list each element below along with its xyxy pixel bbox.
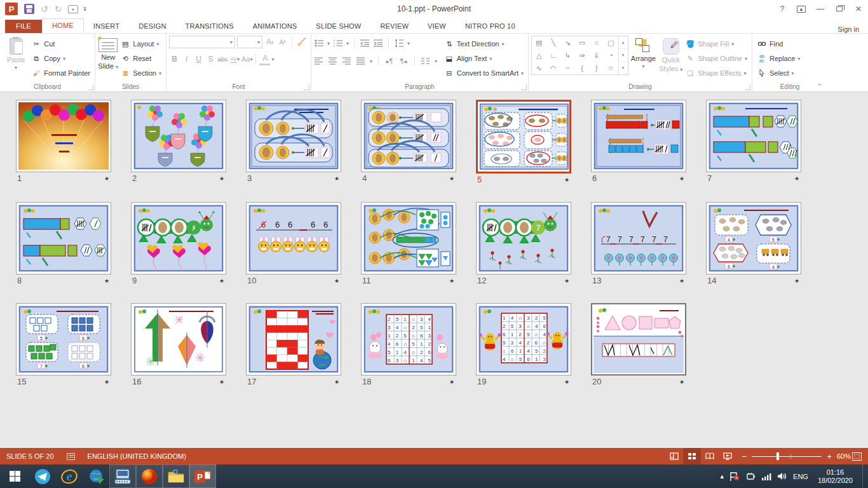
slide-thumbnail-20[interactable] [591,303,686,376]
underline-button[interactable]: U [193,53,204,65]
shapes-gallery[interactable]: ▤╲↘▭○▢ △∟↳⇒⇓◔ ∿◠~{}☆ ▴▾▾ [531,36,628,75]
format-painter-button[interactable]: 🖌Format Painter [29,66,92,80]
taskbar-telegram[interactable] [29,464,56,488]
slide-thumbnail-11[interactable] [361,202,456,274]
restore-button[interactable] [830,2,849,16]
show-desktop-button[interactable] [862,464,865,488]
close-button[interactable]: ✕ [849,2,868,16]
columns-icon[interactable] [421,57,431,65]
slide-thumbnail-13[interactable]: 7 7 7 7 7 7 [591,202,686,274]
align-text-button[interactable]: ⬓Align Text▾ [442,51,526,65]
tab-nitro-pro[interactable]: NITRO PRO 10 [456,20,525,33]
select-button[interactable]: Select▾ [755,66,802,80]
language-indicator[interactable]: ENGLISH (UNITED KINGDOM) [81,452,193,460]
slide-thumbnail-14[interactable]: 4 5 6 4 [706,202,801,274]
reading-view-button[interactable] [701,448,719,464]
taskbar-internet-explorer[interactable]: e [56,464,83,488]
clear-formatting-button[interactable]: 🧹 [296,36,307,48]
change-case-button[interactable]: Aa▾ [241,53,252,65]
input-language-indicator[interactable]: ENG [793,473,808,480]
drawing-dialog-launcher[interactable] [745,85,750,90]
tab-design[interactable]: DESIGN [129,20,175,33]
align-right-icon[interactable] [342,57,352,65]
section-button[interactable]: ≣Section▾ [118,66,163,80]
decrease-font-size-button[interactable]: A▾ [277,36,288,48]
shape-outline-button[interactable]: ✎Shape Outline▾ [683,51,749,65]
zoom-in-button[interactable]: + [827,452,832,461]
justify-icon[interactable] [356,57,366,65]
tab-file[interactable]: FILE [5,20,42,33]
tab-review[interactable]: REVIEW [370,20,418,33]
collapse-ribbon-button[interactable]: ⌃ [817,83,822,90]
taskbar-idm[interactable] [83,464,109,488]
power-battery-icon[interactable] [745,473,756,480]
taskbar-firefox[interactable] [136,464,163,488]
slide-thumbnail-2[interactable] [131,100,226,172]
font-name-combobox[interactable]: ▾ [169,36,235,48]
paragraph-dialog-launcher[interactable] [521,85,527,90]
start-button[interactable] [0,464,29,488]
network-signal-icon[interactable] [761,473,771,480]
copy-button[interactable]: ⧉Copy▾ [29,51,92,65]
layout-button[interactable]: ▤Layout▾ [118,37,163,51]
bold-button[interactable]: B [169,53,180,65]
sign-in-link[interactable]: Sign in [837,25,868,33]
slide-thumbnail-15[interactable]: 5 6 7 6 [16,303,111,376]
taskbar-clock[interactable]: 01:16 18/02/2020 [814,468,857,485]
powerpoint-app-icon[interactable]: P [5,3,18,15]
align-center-icon[interactable] [328,57,338,65]
slide-thumbnail-3[interactable] [246,100,341,172]
italic-button[interactable]: I [181,53,192,65]
replace-button[interactable]: abacReplace▾ [755,51,802,65]
start-from-beginning-button[interactable]: ▸ [68,5,78,13]
bullets-icon[interactable] [314,39,324,48]
slide-thumbnail-12[interactable]: 7 [476,202,571,274]
find-button[interactable]: Find [755,37,802,51]
zoom-out-button[interactable]: − [742,451,747,461]
fit-slide-to-window-button[interactable] [852,452,862,461]
tray-show-hidden-icons[interactable]: ▴ [721,472,724,480]
new-slide-button[interactable]: New Slide ▾ [98,36,118,81]
align-left-icon[interactable] [314,57,324,65]
redo-button[interactable]: ↻ [55,4,62,13]
slide-thumbnail-19[interactable]: 1 4 ⌂ 3 2 5 2 5 3 ⌂ 4 6 6 1 2 5 ⌂ 4 5 3 … [476,303,571,376]
slide-sorter-view-button[interactable] [683,448,701,464]
tab-home[interactable]: HOME [42,18,84,33]
slide-thumbnail-1[interactable] [16,100,111,172]
tab-transitions[interactable]: TRANSITIONS [176,20,243,33]
paste-button[interactable]: Paste▾ [3,36,29,81]
font-dialog-launcher[interactable] [304,85,309,90]
ribbon-display-options-button[interactable]: ▲ [792,2,811,16]
zoom-slider[interactable] [752,452,822,460]
slide-thumbnail-9[interactable]: ۶ [131,202,226,274]
undo-button[interactable]: ↺ [41,4,48,13]
slide-show-button[interactable] [719,448,736,464]
text-shadow-button[interactable]: S [205,53,216,65]
text-direction-button[interactable]: ⇅Text Direction▾ [442,37,526,51]
character-spacing-button[interactable]: AV▾ [229,53,240,65]
decrease-indent-icon[interactable] [360,39,370,48]
save-button[interactable] [24,4,34,14]
slide-thumbnail-17[interactable] [246,303,341,376]
ltr-direction-icon[interactable]: ▸¶ [384,57,395,65]
slide-thumbnail-16[interactable] [131,303,226,376]
taskbar-onscreen-keyboard[interactable] [109,464,136,488]
convert-to-smartart-button[interactable]: ⊟Convert to SmartArt▾ [442,66,526,80]
clipboard-dialog-launcher[interactable] [88,85,93,90]
tab-slide-show[interactable]: SLIDE SHOW [306,20,370,33]
shape-fill-button[interactable]: 🪣Shape Fill▾ [683,37,749,51]
help-button[interactable]: ? [773,2,792,16]
quick-styles-button[interactable]: Quick Styles ▾ [658,36,683,81]
tab-insert[interactable]: INSERT [84,20,129,33]
customize-qat-button[interactable]: ▾ [83,7,86,11]
increase-indent-icon[interactable] [373,39,383,48]
taskbar-powerpoint[interactable]: P [189,464,216,488]
gallery-scrollbar[interactable]: ▴▾▾ [618,36,628,74]
rtl-direction-icon[interactable]: ¶◂ [398,57,409,65]
line-spacing-icon[interactable] [394,39,404,48]
increase-font-size-button[interactable]: A▴ [264,36,275,48]
taskbar-file-explorer[interactable] [163,464,189,488]
reset-button[interactable]: ⟲Reset [118,51,163,65]
numbering-icon[interactable] [333,39,343,48]
slide-indicator[interactable]: SLIDE 5 OF 20 [0,452,60,460]
